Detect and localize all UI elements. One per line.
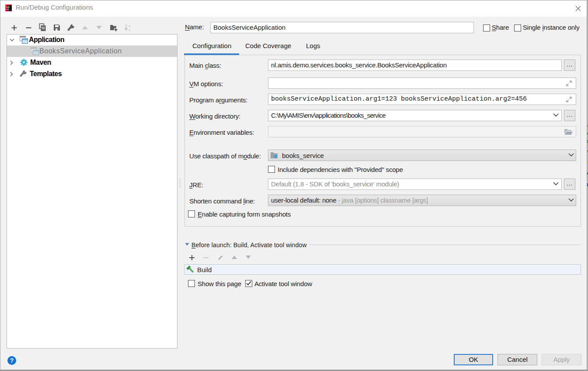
- svg-text:IJ: IJ: [7, 6, 9, 9]
- svg-text:?: ?: [10, 357, 14, 364]
- svg-text:z: z: [129, 28, 130, 32]
- svg-text:a: a: [129, 24, 131, 28]
